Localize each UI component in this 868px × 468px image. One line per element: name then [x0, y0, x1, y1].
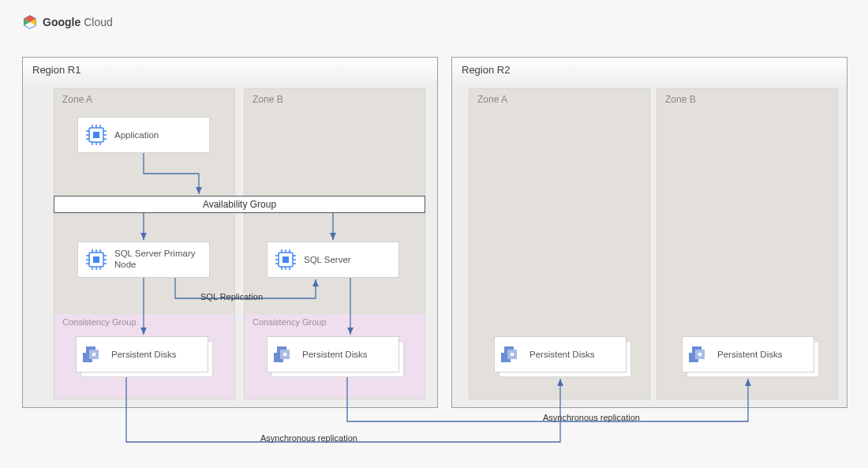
edge-async-1-label: Asynchronous replication	[260, 433, 357, 443]
zone-r2-a-label: Zone A	[477, 94, 507, 105]
persistent-disk-icon	[501, 343, 523, 365]
zone-r1-b-label: Zone B	[253, 94, 283, 105]
card-pd-r2a-label: Persistent Disks	[529, 350, 594, 359]
card-sql-primary-label: SQL Server Primary Node	[114, 249, 201, 271]
card-application: Application	[77, 117, 210, 153]
zone-r2-b-label: Zone B	[665, 94, 696, 105]
persistent-disk-icon	[689, 343, 711, 365]
consistency-group-r1a-label: Consistency Group	[62, 317, 137, 327]
edge-sql-replication-label: SQL Replication	[200, 292, 263, 301]
card-pd-r1b: Persistent Disks	[267, 336, 399, 373]
persistent-disk-icon	[83, 343, 105, 365]
gcp-hexagon-icon	[22, 14, 38, 30]
consistency-group-r1b-label: Consistency Group	[253, 317, 327, 327]
card-application-label: Application	[114, 130, 159, 140]
card-sql-secondary-label: SQL Server	[304, 255, 351, 264]
persistent-disk-icon	[274, 343, 296, 365]
card-sql-secondary: SQL Server	[267, 241, 399, 278]
cpu-icon	[274, 248, 297, 271]
availability-group: Availability Group	[54, 196, 425, 213]
region-r1-label: Region R1	[32, 64, 80, 76]
region-r2-label: Region R2	[462, 64, 510, 76]
card-sql-primary: SQL Server Primary Node	[77, 241, 210, 278]
cpu-icon	[84, 248, 108, 271]
brand-bold: Google	[43, 16, 80, 28]
zone-r1-a-label: Zone A	[62, 94, 92, 105]
edge-async-2-label: Asynchronous replication	[543, 413, 640, 422]
card-pd-r1a-label: Persistent Disks	[111, 350, 176, 359]
card-pd-r2a: Persistent Disks	[494, 336, 627, 373]
card-pd-r2b-label: Persistent Disks	[717, 350, 782, 359]
cpu-icon	[84, 123, 108, 147]
gcp-logo: Google Cloud	[22, 14, 113, 30]
card-pd-r1b-label: Persistent Disks	[302, 350, 367, 359]
availability-group-label: Availability Group	[203, 199, 276, 210]
card-pd-r1a: Persistent Disks	[76, 336, 208, 373]
brand-light: Cloud	[84, 16, 113, 28]
card-pd-r2b: Persistent Disks	[682, 336, 814, 373]
